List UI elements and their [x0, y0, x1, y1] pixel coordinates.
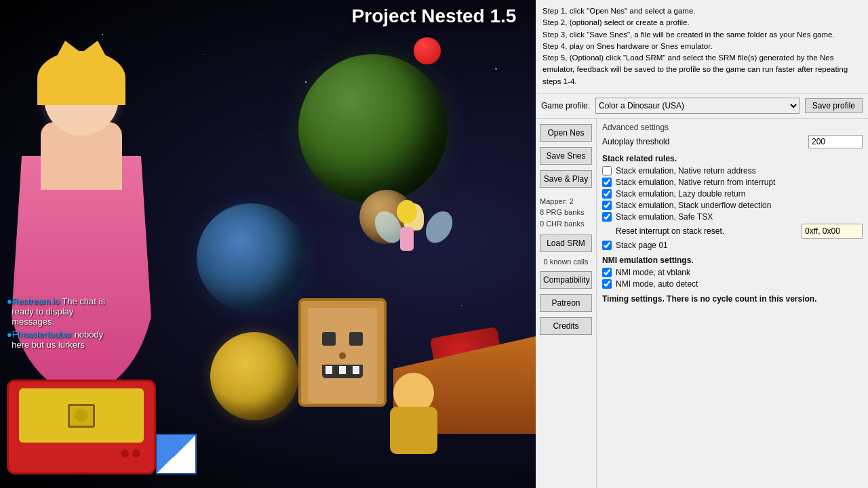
stack-rules-header: Stack related rules. [602, 154, 863, 163]
advanced-settings-label: Advanced settings [602, 123, 863, 132]
save-snes-button[interactable]: Save Snes [540, 147, 592, 165]
open-nes-button[interactable]: Open Nes [540, 124, 592, 142]
stack-underflow-checkbox[interactable] [602, 201, 612, 210]
red-console [7, 380, 156, 474]
red-berry [414, 37, 441, 64]
green-planet [298, 54, 448, 203]
nmi-auto-detect-row: NMI mode, auto detect [602, 279, 863, 289]
stack-lazy-double-row: Stack emulation, Lazy double return [602, 189, 863, 199]
step3-text: Step 3, click "Save Snes", a file will b… [542, 29, 861, 41]
step4-text: Step 4, play on Snes hardware or Snes em… [542, 41, 861, 52]
autoplay-threshold-row: Autoplay threshold [602, 135, 863, 148]
stack-page-row: Stack page 01 [602, 241, 863, 250]
reset-interrupt-label: Reset interrupt on stack reset. [616, 226, 797, 236]
stack-safe-tsx-label: Stack emulation, Safe TSX [616, 212, 713, 222]
chat-user-2: ●Ffmasterfoobar [7, 329, 72, 340]
settings-panel: Advanced settings Autoplay threshold Sta… [597, 119, 868, 488]
earth-planet [197, 203, 305, 312]
main-area: Open Nes Save Snes Save & Play Mapper: 2… [536, 119, 868, 488]
control-panel: Step 1, click "Open Nes" and select a ga… [536, 0, 868, 488]
stack-page-label: Stack page 01 [616, 241, 668, 250]
stack-page-checkbox[interactable] [602, 241, 612, 250]
instructions-section: Step 1, click "Open Nes" and select a ga… [536, 0, 868, 94]
nmi-auto-detect-checkbox[interactable] [602, 279, 612, 289]
save-profile-button[interactable]: Save profile [805, 98, 863, 113]
left-buttons-panel: Open Nes Save Snes Save & Play Mapper: 2… [536, 119, 597, 488]
chat-user-1: ●Restream.io [7, 296, 60, 306]
yellow-planet [210, 332, 298, 420]
stack-native-return-label: Stack emulation, Native return address [616, 166, 756, 176]
nmi-vblank-row: NMI mode, at vblank [602, 268, 863, 277]
game-profile-select[interactable]: Color a Dinosaur (USA) Default Custom [595, 98, 800, 114]
timing-settings-header: Timing settings. There is no cycle count… [602, 294, 863, 304]
step2-text: Step 2, (optional) select or create a pr… [542, 17, 861, 28]
stack-underflow-row: Stack emulation, Stack underflow detecti… [602, 201, 863, 210]
princess-character [0, 20, 176, 413]
compatibility-button[interactable]: Compatibility [540, 271, 592, 289]
profile-label: Game profile: [541, 101, 590, 110]
profile-row: Game profile: Color a Dinosaur (USA) Def… [536, 94, 868, 119]
stack-lazy-double-label: Stack emulation, Lazy double return [616, 189, 745, 199]
step5-text: Step 5, (Optional) click "Load SRM" and … [542, 52, 861, 87]
nmi-auto-detect-label: NMI mode, auto detect [616, 279, 698, 289]
stack-native-interrupt-row: Stack emulation, Native return from inte… [602, 178, 863, 187]
stack-underflow-label: Stack emulation, Stack underflow detecti… [616, 201, 771, 210]
stack-native-return-row: Stack emulation, Native return address [602, 166, 863, 176]
game-title: Project Nested 1.5 [352, 5, 517, 27]
autoplay-threshold-label: Autoplay threshold [602, 137, 808, 146]
tile-decoration [156, 434, 197, 474]
patreon-button[interactable]: Patreon [540, 294, 592, 312]
wario-character [387, 373, 441, 454]
fairy-character [387, 190, 441, 271]
step1-text: Step 1, click "Open Nes" and select a ga… [542, 5, 861, 17]
reset-interrupt-row: Reset interrupt on stack reset. [602, 224, 863, 239]
stack-safe-tsx-row: Stack emulation, Safe TSX [602, 212, 863, 222]
chat-overlay: ●Restream.io The chat is ready to displa… [7, 296, 105, 352]
stack-safe-tsx-checkbox[interactable] [602, 212, 612, 222]
mapper-info: Mapper: 2 8 PRG banks 0 CHR banks [540, 196, 592, 230]
credits-button[interactable]: Credits [540, 317, 592, 335]
nmi-vblank-label: NMI mode, at vblank [616, 268, 690, 277]
stack-lazy-double-checkbox[interactable] [602, 189, 612, 199]
face-card [298, 298, 387, 407]
save-and-play-button[interactable]: Save & Play [540, 170, 592, 188]
stack-native-interrupt-label: Stack emulation, Native return from inte… [616, 178, 775, 187]
stack-native-return-checkbox[interactable] [602, 166, 612, 176]
load-srm-button[interactable]: Load SRM [540, 235, 592, 252]
nmi-settings-header: NMI emulation settings. [602, 256, 863, 265]
prg-banks-label: 8 PRG banks [540, 207, 592, 218]
nmi-vblank-checkbox[interactable] [602, 268, 612, 277]
reset-interrupt-input[interactable] [802, 224, 863, 239]
autoplay-threshold-input[interactable] [808, 135, 863, 148]
known-calls-label: 0 known calls [540, 258, 592, 266]
stack-native-interrupt-checkbox[interactable] [602, 178, 612, 187]
mapper-label: Mapper: 2 [540, 196, 592, 207]
chr-banks-label: 0 CHR banks [540, 218, 592, 230]
